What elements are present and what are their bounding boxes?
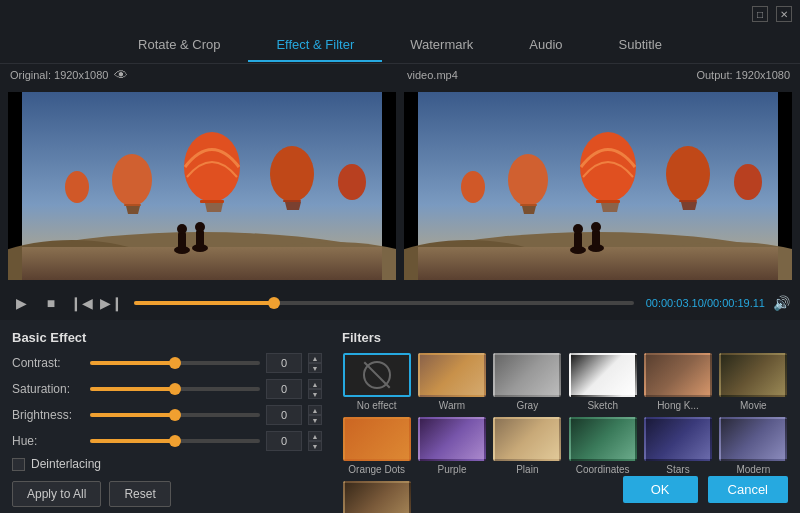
filter-thumb-orangedots (343, 417, 411, 461)
svg-rect-8 (124, 204, 141, 206)
svg-rect-29 (679, 200, 697, 202)
contrast-up[interactable]: ▲ (308, 353, 322, 363)
ok-button[interactable]: OK (623, 476, 698, 503)
hue-row: Hue: 0 ▲ ▼ (12, 431, 322, 451)
hue-slider[interactable] (90, 439, 260, 443)
svg-rect-27 (520, 204, 537, 206)
deinterlace-label: Deinterlacing (31, 457, 101, 471)
filename-label: video.mp4 (407, 69, 458, 81)
saturation-spinner[interactable]: ▲ ▼ (308, 379, 322, 399)
hue-up[interactable]: ▲ (308, 431, 322, 441)
filter-orangedots[interactable]: Orange Dots (342, 417, 411, 475)
filter-thumb-pixelate (343, 481, 411, 513)
filter-warm[interactable]: Warm (417, 353, 486, 411)
filter-sketch[interactable]: Sketch (568, 353, 637, 411)
tab-subtitle[interactable]: Subtitle (591, 29, 690, 62)
footer-buttons: OK Cancel (623, 476, 788, 503)
filter-thumb-gray (493, 353, 561, 397)
filter-coordinates[interactable]: Coordinates (568, 417, 637, 475)
filter-thumb-no-effect (343, 353, 411, 397)
basic-effect-title: Basic Effect (12, 330, 322, 345)
brightness-up[interactable]: ▲ (308, 405, 322, 415)
output-label: Output: 1920x1080 (696, 69, 790, 81)
filter-thumb-movie (719, 353, 787, 397)
left-preview (8, 92, 396, 280)
saturation-up[interactable]: ▲ (308, 379, 322, 389)
filter-stars[interactable]: Stars (643, 417, 712, 475)
minimize-button[interactable]: □ (752, 6, 768, 22)
current-time: 00:00:03.10 (646, 297, 704, 309)
saturation-label: Saturation: (12, 382, 84, 396)
contrast-spinner[interactable]: ▲ ▼ (308, 353, 322, 373)
stop-button[interactable]: ■ (40, 292, 62, 314)
svg-point-37 (591, 222, 601, 232)
filter-modern[interactable]: Modern (719, 417, 788, 475)
tab-effect-filter[interactable]: Effect & Filter (248, 29, 382, 62)
brightness-value: 0 (266, 405, 302, 425)
hue-spinner[interactable]: ▲ ▼ (308, 431, 322, 451)
close-button[interactable]: ✕ (776, 6, 792, 22)
apply-all-button[interactable]: Apply to All (12, 481, 101, 507)
svg-rect-4 (22, 247, 382, 280)
svg-rect-25 (596, 200, 620, 203)
filter-hongkong[interactable]: Hong K... (643, 353, 712, 411)
progress-track[interactable] (134, 301, 634, 305)
svg-rect-14 (178, 232, 186, 250)
deinterlace-row: Deinterlacing (12, 457, 322, 471)
filter-no-effect[interactable]: No effect (342, 353, 411, 411)
saturation-value: 0 (266, 379, 302, 399)
volume-icon[interactable]: 🔊 (773, 295, 790, 311)
time-display: 00:00:03.10/00:00:19.11 (646, 297, 765, 309)
contrast-row: Contrast: 0 ▲ ▼ (12, 353, 322, 373)
brightness-slider[interactable] (90, 413, 260, 417)
eye-icon[interactable]: 👁 (114, 67, 128, 83)
filter-label-purple: Purple (438, 464, 467, 475)
svg-rect-6 (200, 200, 224, 203)
filter-label-movie: Movie (740, 400, 767, 411)
contrast-slider[interactable] (90, 361, 260, 365)
filter-label-orangedots: Orange Dots (348, 464, 405, 475)
filter-thumb-coordinates (569, 417, 637, 461)
filter-label-no-effect: No effect (357, 400, 397, 411)
saturation-down[interactable]: ▼ (308, 389, 322, 399)
hue-value: 0 (266, 431, 302, 451)
filter-plain[interactable]: Plain (493, 417, 562, 475)
brightness-row: Brightness: 0 ▲ ▼ (12, 405, 322, 425)
transport-bar: ▶ ■ ❙◀ ▶❙ 00:00:03.10/00:00:19.11 🔊 (0, 286, 800, 320)
filter-label-coordinates: Coordinates (576, 464, 630, 475)
next-frame-button[interactable]: ▶❙ (100, 292, 122, 314)
contrast-value: 0 (266, 353, 302, 373)
filter-pixelate[interactable]: Pixelate (342, 481, 411, 513)
filter-gray[interactable]: Gray (493, 353, 562, 411)
prev-frame-button[interactable]: ❙◀ (70, 292, 92, 314)
total-time: 00:00:19.11 (707, 297, 765, 309)
cancel-button[interactable]: Cancel (708, 476, 788, 503)
svg-rect-33 (574, 232, 582, 250)
svg-rect-17 (196, 230, 204, 248)
filters-title: Filters (342, 330, 788, 345)
tab-rotate-crop[interactable]: Rotate & Crop (110, 29, 248, 62)
saturation-slider[interactable] (90, 387, 260, 391)
progress-fill (134, 301, 274, 305)
filter-label-plain: Plain (516, 464, 538, 475)
filter-movie[interactable]: Movie (719, 353, 788, 411)
brightness-down[interactable]: ▼ (308, 415, 322, 425)
video-area (0, 86, 800, 286)
svg-point-24 (580, 132, 636, 202)
tab-watermark[interactable]: Watermark (382, 29, 501, 62)
hue-down[interactable]: ▼ (308, 441, 322, 451)
saturation-row: Saturation: 0 ▲ ▼ (12, 379, 322, 399)
svg-rect-10 (283, 200, 301, 202)
svg-point-5 (184, 132, 240, 202)
filter-thumb-plain (493, 417, 561, 461)
deinterlace-checkbox[interactable] (12, 458, 25, 471)
brightness-spinner[interactable]: ▲ ▼ (308, 405, 322, 425)
contrast-down[interactable]: ▼ (308, 363, 322, 373)
reset-button[interactable]: Reset (109, 481, 170, 507)
filter-purple[interactable]: Purple (417, 417, 486, 475)
play-button[interactable]: ▶ (10, 292, 32, 314)
tab-audio[interactable]: Audio (501, 29, 590, 62)
filter-label-sketch: Sketch (587, 400, 618, 411)
filter-thumb-purple (418, 417, 486, 461)
filter-label-stars: Stars (666, 464, 689, 475)
